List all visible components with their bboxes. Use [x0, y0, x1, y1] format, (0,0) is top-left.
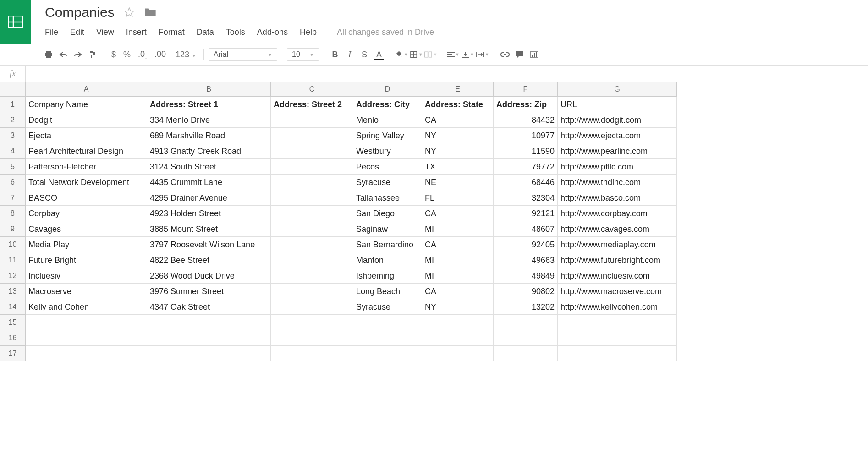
cell-A10[interactable]: Media Play: [26, 237, 147, 252]
cell-D12[interactable]: Ishpeming: [353, 268, 422, 284]
cell-F17[interactable]: [494, 346, 558, 361]
paint-format-icon[interactable]: [86, 48, 99, 61]
cell-F6[interactable]: 68446: [494, 175, 558, 190]
cell-F16[interactable]: [494, 330, 558, 346]
row-header-4[interactable]: 4: [0, 143, 26, 159]
cell-G11[interactable]: http://www.futurebright.com: [558, 252, 677, 268]
menu-insert[interactable]: Insert: [126, 27, 147, 37]
row-header-3[interactable]: 3: [0, 128, 26, 143]
cell-A8[interactable]: Corpbay: [26, 206, 147, 221]
cell-A11[interactable]: Future Bright: [26, 252, 147, 268]
cell-B11[interactable]: 4822 Bee Street: [147, 252, 271, 268]
folder-icon[interactable]: [144, 7, 157, 18]
italic-button[interactable]: I: [343, 48, 356, 61]
column-header-C[interactable]: C: [271, 82, 353, 97]
document-title[interactable]: Companies: [45, 5, 115, 20]
cell-C1[interactable]: Address: Street 2: [271, 97, 353, 112]
bold-button[interactable]: B: [329, 48, 341, 61]
row-header-9[interactable]: 9: [0, 221, 26, 237]
cell-B2[interactable]: 334 Menlo Drive: [147, 112, 271, 128]
cell-D4[interactable]: Westbury: [353, 143, 422, 159]
cell-D14[interactable]: Syracuse: [353, 299, 422, 315]
cell-C10[interactable]: [271, 237, 353, 252]
menu-format[interactable]: Format: [159, 27, 185, 37]
cell-A5[interactable]: Patterson-Fletcher: [26, 159, 147, 175]
cell-C12[interactable]: [271, 268, 353, 284]
cell-C13[interactable]: [271, 284, 353, 299]
column-header-A[interactable]: A: [26, 82, 147, 97]
cell-F15[interactable]: [494, 315, 558, 330]
cell-E1[interactable]: Address: State: [422, 97, 494, 112]
cell-B17[interactable]: [147, 346, 271, 361]
cell-C3[interactable]: [271, 128, 353, 143]
cell-G6[interactable]: http://www.tndinc.com: [558, 175, 677, 190]
cell-B12[interactable]: 2368 Wood Duck Drive: [147, 268, 271, 284]
cell-G8[interactable]: http://www.corpbay.com: [558, 206, 677, 221]
cell-G16[interactable]: [558, 330, 677, 346]
menu-tools[interactable]: Tools: [226, 27, 245, 37]
strikethrough-button[interactable]: S: [358, 48, 371, 61]
menu-file[interactable]: File: [45, 27, 58, 37]
column-header-E[interactable]: E: [422, 82, 494, 97]
cell-G10[interactable]: http://www.mediaplay.com: [558, 237, 677, 252]
cell-C2[interactable]: [271, 112, 353, 128]
select-all-corner[interactable]: [0, 82, 26, 97]
star-icon[interactable]: [124, 7, 135, 18]
cell-E13[interactable]: CA: [422, 284, 494, 299]
cell-C4[interactable]: [271, 143, 353, 159]
row-header-10[interactable]: 10: [0, 237, 26, 252]
cell-A7[interactable]: BASCO: [26, 190, 147, 206]
cell-A15[interactable]: [26, 315, 147, 330]
cell-F14[interactable]: 13202: [494, 299, 558, 315]
row-header-16[interactable]: 16: [0, 330, 26, 346]
row-header-1[interactable]: 1: [0, 97, 26, 112]
cell-B16[interactable]: [147, 330, 271, 346]
cell-B3[interactable]: 689 Marshville Road: [147, 128, 271, 143]
row-header-13[interactable]: 13: [0, 284, 26, 299]
cell-E15[interactable]: [422, 315, 494, 330]
cell-A3[interactable]: Ejecta: [26, 128, 147, 143]
print-icon[interactable]: [42, 48, 55, 61]
font-size-selector[interactable]: 10▼: [287, 48, 319, 61]
cell-D10[interactable]: San Bernardino: [353, 237, 422, 252]
cell-C9[interactable]: [271, 221, 353, 237]
cell-G3[interactable]: http://www.ejecta.com: [558, 128, 677, 143]
cell-A17[interactable]: [26, 346, 147, 361]
format-percent[interactable]: %: [121, 50, 133, 60]
cell-C17[interactable]: [271, 346, 353, 361]
cell-C15[interactable]: [271, 315, 353, 330]
insert-chart-button[interactable]: [528, 48, 541, 61]
row-header-11[interactable]: 11: [0, 252, 26, 268]
cell-F13[interactable]: 90802: [494, 284, 558, 299]
row-header-8[interactable]: 8: [0, 206, 26, 221]
cell-E9[interactable]: MI: [422, 221, 494, 237]
menu-data[interactable]: Data: [197, 27, 214, 37]
menu-addons[interactable]: Add-ons: [257, 27, 288, 37]
cell-G12[interactable]: http://www.incluesiv.com: [558, 268, 677, 284]
cell-A12[interactable]: Incluesiv: [26, 268, 147, 284]
cell-A14[interactable]: Kelly and Cohen: [26, 299, 147, 315]
cell-A2[interactable]: Dodgit: [26, 112, 147, 128]
cell-B14[interactable]: 4347 Oak Street: [147, 299, 271, 315]
merge-cells-button[interactable]: ▼: [424, 48, 437, 61]
cell-G1[interactable]: URL: [558, 97, 677, 112]
borders-button[interactable]: ▼: [410, 48, 423, 61]
cell-E11[interactable]: MI: [422, 252, 494, 268]
cell-E5[interactable]: TX: [422, 159, 494, 175]
decrease-decimal[interactable]: .0↓: [135, 49, 150, 60]
cell-F9[interactable]: 48607: [494, 221, 558, 237]
cell-F10[interactable]: 92405: [494, 237, 558, 252]
row-header-2[interactable]: 2: [0, 112, 26, 128]
cell-G7[interactable]: http://www.basco.com: [558, 190, 677, 206]
cell-F4[interactable]: 11590: [494, 143, 558, 159]
cell-D13[interactable]: Long Beach: [353, 284, 422, 299]
cell-G13[interactable]: http://www.macroserve.com: [558, 284, 677, 299]
cell-C5[interactable]: [271, 159, 353, 175]
formula-input[interactable]: [26, 66, 868, 82]
cell-A16[interactable]: [26, 330, 147, 346]
cell-B7[interactable]: 4295 Drainer Avenue: [147, 190, 271, 206]
cell-B6[interactable]: 4435 Crummit Lane: [147, 175, 271, 190]
more-formats[interactable]: 123 ▼: [173, 50, 199, 60]
cell-E17[interactable]: [422, 346, 494, 361]
cell-G14[interactable]: http://www.kellycohen.com: [558, 299, 677, 315]
